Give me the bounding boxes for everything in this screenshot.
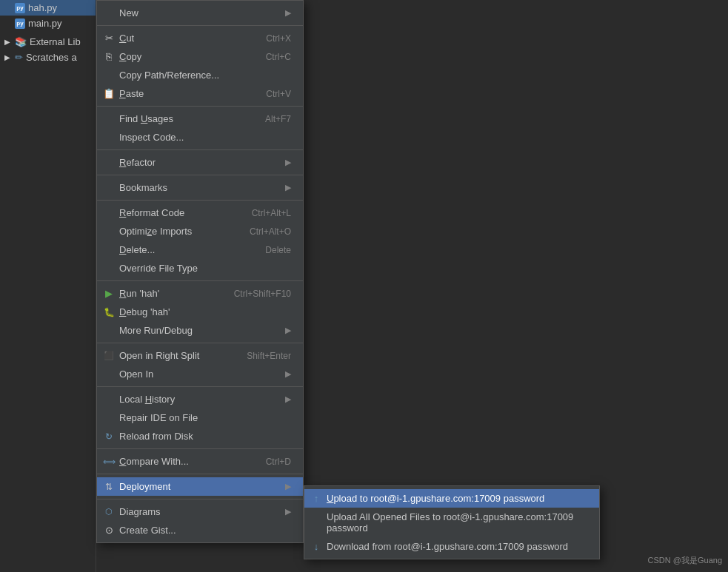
menu-arrow-local-history: ▶ <box>285 394 291 404</box>
menu-item-open-in[interactable]: Open In ▶ <box>97 365 303 383</box>
separator-7 <box>97 343 303 343</box>
sidebar-item-scratches[interactable]: ▶ ✏ Scratches a <box>0 50 96 65</box>
menu-item-cut[interactable]: ✂ Cut Ctrl+X <box>97 29 303 47</box>
submenu-item-upload-all[interactable]: Upload All Opened Files to root@i-1.gpus… <box>304 508 599 537</box>
menu-item-reload-from-disk-label: Reload from Disk <box>119 431 291 442</box>
menu-item-repair-ide[interactable]: Repair IDE on File <box>97 408 303 427</box>
menu-item-run-hah[interactable]: ▶ Run 'hah' Ctrl+Shift+F10 <box>97 284 303 303</box>
menu-arrow-new: ▶ <box>285 8 291 18</box>
separator-9 <box>97 448 303 449</box>
menu-item-copy-path-label: Copy Path/Reference... <box>119 70 291 81</box>
menu-item-diagrams[interactable]: ⬡ Diagrams ▶ <box>97 502 303 521</box>
submenu-item-upload-label: Upload to root@i-1.gpushare.com:17009 pa… <box>327 493 589 504</box>
separator-3 <box>97 149 303 150</box>
menu-item-more-run-debug[interactable]: More Run/Debug ▶ <box>97 321 303 340</box>
menu-item-debug-hah-label: Debug 'hah' <box>119 306 291 317</box>
delete-shortcut: Delete <box>265 245 291 255</box>
separator-6 <box>97 280 303 281</box>
menu-item-new[interactable]: New ▶ <box>97 4 303 22</box>
separator-11 <box>97 499 303 499</box>
hah-py-label: hah.py <box>28 2 57 13</box>
download-icon: ↓ <box>310 541 322 553</box>
submenu-item-upload[interactable]: ↑ Upload to root@i-1.gpushare.com:17009 … <box>304 489 599 508</box>
copy-shortcut: Ctrl+C <box>266 52 291 62</box>
menu-item-inspect-code[interactable]: Inspect Code... <box>97 128 303 147</box>
compare-with-shortcut: Ctrl+D <box>266 457 291 467</box>
menu-item-open-right-split-label: Open in Right Split <box>119 350 238 361</box>
run-icon: ▶ <box>103 288 115 300</box>
menu-item-deployment-label: Deployment <box>119 481 282 492</box>
menu-item-refactor[interactable]: Refactor ▶ <box>97 153 303 172</box>
menu-item-more-run-debug-label: More Run/Debug <box>119 325 282 336</box>
open-right-split-shortcut: Shift+Enter <box>247 351 291 361</box>
paste-icon: 📋 <box>103 88 115 100</box>
sidebar-item-external-lib[interactable]: ▶ 📚 External Lib <box>0 34 96 50</box>
menu-item-local-history-label: Local History <box>119 394 282 405</box>
sidebar-item-main-py[interactable]: py main.py <box>0 16 96 31</box>
ext-lib-label: External Lib <box>30 36 81 47</box>
menu-item-refactor-label: Refactor <box>119 157 282 168</box>
submenu-item-download[interactable]: ↓ Download from root@i-1.gpushare.com:17… <box>304 537 599 556</box>
menu-item-compare-with[interactable]: ⟺ Compare With... Ctrl+D <box>97 452 303 471</box>
menu-item-diagrams-label: Diagrams <box>119 506 282 517</box>
menu-arrow-diagrams: ▶ <box>285 507 291 517</box>
find-usages-shortcut: Alt+F7 <box>265 114 291 124</box>
menu-item-override-file-type[interactable]: Override File Type <box>97 259 303 277</box>
menu-item-inspect-code-label: Inspect Code... <box>119 132 291 143</box>
menu-item-paste-label: Paste <box>119 88 257 99</box>
menu-item-bookmarks[interactable]: Bookmarks ▶ <box>97 178 303 197</box>
debug-icon: 🐛 <box>103 306 115 318</box>
menu-item-optimize-label: Optimize Imports <box>119 226 241 237</box>
menu-arrow-deployment: ▶ <box>285 482 291 491</box>
menu-item-reformat[interactable]: Reformat Code Ctrl+Alt+L <box>97 203 303 222</box>
menu-item-open-in-label: Open In <box>119 369 282 380</box>
deploy-icon: ⇅ <box>103 481 115 493</box>
main-py-label: main.py <box>28 18 62 29</box>
menu-arrow-open-in: ▶ <box>285 369 291 379</box>
arrow-right-icon: ▶ <box>4 38 10 46</box>
menu-item-repair-ide-label: Repair IDE on File <box>119 412 291 423</box>
arrow-right-icon-2: ▶ <box>4 53 10 61</box>
menu-item-reformat-label: Reformat Code <box>119 207 243 218</box>
separator-2 <box>97 106 303 107</box>
menu-item-debug-hah[interactable]: 🐛 Debug 'hah' <box>97 303 303 321</box>
py-file-icon-2: py <box>15 18 25 29</box>
menu-arrow-more-run-debug: ▶ <box>285 326 291 335</box>
menu-item-optimize[interactable]: Optimize Imports Ctrl+Alt+O <box>97 222 303 240</box>
menu-item-delete[interactable]: Delete... Delete <box>97 240 303 259</box>
cut-shortcut: Ctrl+X <box>266 33 291 44</box>
run-hah-shortcut: Ctrl+Shift+F10 <box>234 289 291 299</box>
diagrams-icon: ⬡ <box>103 506 115 518</box>
sidebar-item-hah-py[interactable]: py hah.py <box>0 0 96 16</box>
menu-item-paste[interactable]: 📋 Paste Ctrl+V <box>97 84 303 103</box>
separator-4 <box>97 175 303 175</box>
menu-item-copy-path[interactable]: Copy Path/Reference... <box>97 66 303 84</box>
context-menu: New ▶ ✂ Cut Ctrl+X ⎘ Copy Ctrl+C Copy Pa… <box>96 0 304 543</box>
menu-item-copy-label: Copy <box>119 51 257 62</box>
menu-item-find-usages[interactable]: Find Usages Alt+F7 <box>97 110 303 128</box>
menu-item-local-history[interactable]: Local History ▶ <box>97 390 303 408</box>
separator-10 <box>97 474 303 474</box>
optimize-shortcut: Ctrl+Alt+O <box>250 226 291 237</box>
upload-icon: ↑ <box>310 493 322 505</box>
separator-5 <box>97 200 303 201</box>
split-icon: ⬛ <box>103 350 115 362</box>
reformat-shortcut: Ctrl+Alt+L <box>252 208 291 218</box>
menu-item-open-right-split[interactable]: ⬛ Open in Right Split Shift+Enter <box>97 346 303 365</box>
menu-item-create-gist[interactable]: ⊙ Create Gist... <box>97 521 303 539</box>
github-icon: ⊙ <box>103 525 115 536</box>
menu-item-compare-with-label: Compare With... <box>119 456 257 467</box>
menu-item-override-file-type-label: Override File Type <box>119 263 291 274</box>
scratches-label: Scratches a <box>26 52 77 63</box>
scratches-icon: ✏ <box>15 52 23 63</box>
paste-shortcut: Ctrl+V <box>266 89 291 99</box>
menu-item-bookmarks-label: Bookmarks <box>119 182 282 193</box>
menu-item-create-gist-label: Create Gist... <box>119 525 291 536</box>
menu-item-copy[interactable]: ⎘ Copy Ctrl+C <box>97 47 303 66</box>
menu-item-deployment[interactable]: ⇅ Deployment ▶ <box>97 477 303 496</box>
sidebar: py hah.py py main.py ▶ 📚 External Lib ▶ … <box>0 0 96 572</box>
deployment-submenu: ↑ Upload to root@i-1.gpushare.com:17009 … <box>304 485 600 559</box>
reload-icon: ↻ <box>103 431 115 443</box>
menu-item-reload-from-disk[interactable]: ↻ Reload from Disk <box>97 427 303 445</box>
menu-arrow-refactor: ▶ <box>285 158 291 167</box>
